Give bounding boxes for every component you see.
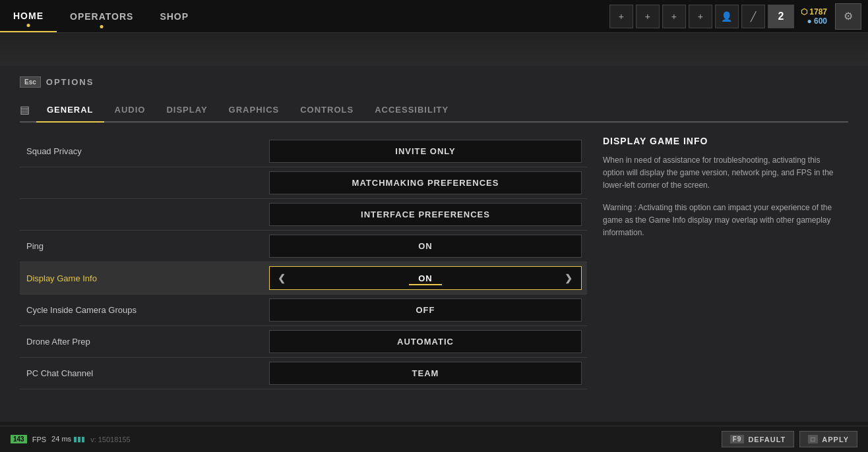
drone-after-prep-label: Drone After Prep — [20, 337, 264, 347]
nav-plus-btn-4[interactable]: + — [689, 5, 712, 28]
display-game-info-control[interactable]: ❮ On ❯ — [264, 262, 587, 294]
signal-icon: ▮▮▮ — [73, 435, 85, 443]
esc-key: Esc — [20, 76, 41, 88]
settings-column: Squad Privacy Invite Only Matchmaking pr… — [20, 136, 587, 389]
apply-key-badge: □ — [808, 435, 818, 443]
display-game-info-value: On — [418, 273, 433, 283]
cycle-camera-label: Cycle Inside Camera Groups — [20, 305, 264, 315]
default-button[interactable]: F9 DEFAULT — [722, 431, 795, 447]
pc-chat-channel-control[interactable]: Team — [264, 358, 587, 389]
nav-plus-btn-2[interactable]: + — [636, 5, 660, 28]
tab-graphics[interactable]: GRAPHICS — [218, 98, 290, 121]
drone-after-prep-button[interactable]: Automatic — [269, 330, 582, 353]
arrow-right-icon[interactable]: ❯ — [565, 273, 573, 283]
nav-slash-icon: ╱ — [741, 5, 765, 28]
nav-plus-btn-3[interactable]: + — [662, 5, 686, 28]
cycle-camera-control[interactable]: Off — [264, 295, 587, 325]
interface-prefs-control[interactable]: Interface preferences — [264, 199, 587, 230]
nav-item-home[interactable]: HOME — [0, 0, 57, 32]
version-label: v: 15018155 — [90, 436, 131, 443]
top-nav: HOME OPERATORS SHOP + + + + 👤 ╱ 2 ⬡ 1787… — [0, 0, 868, 33]
bottom-buttons: F9 DEFAULT □ APPLY — [722, 431, 857, 447]
drone-after-prep-control[interactable]: Automatic — [264, 326, 587, 357]
default-key-badge: F9 — [730, 435, 745, 443]
interface-prefs-button[interactable]: Interface preferences — [269, 203, 582, 226]
apply-button[interactable]: □ APPLY — [799, 431, 857, 447]
info-panel-title: DISPLAY GAME INFO — [603, 136, 838, 146]
table-row: Squad Privacy Invite Only — [20, 136, 587, 167]
ping-control[interactable]: On — [264, 231, 587, 262]
table-row: Matchmaking preferences — [20, 167, 587, 199]
tab-display[interactable]: DISPLAY — [156, 98, 218, 121]
nav-profile-btn[interactable]: 👤 — [715, 5, 739, 28]
arrow-left-icon[interactable]: ❮ — [278, 273, 286, 283]
table-row: Ping On — [20, 231, 587, 262]
nav-item-operators[interactable]: OPERATORS — [57, 0, 146, 32]
display-game-info-button[interactable]: ❮ On ❯ — [269, 266, 582, 290]
currency-gold: ⬡ 1787 — [801, 7, 827, 16]
matchmaking-prefs-button[interactable]: Matchmaking preferences — [269, 171, 582, 194]
tab-audio[interactable]: AUDIO — [104, 98, 156, 121]
info-panel: DISPLAY GAME INFO When in need of assist… — [587, 136, 838, 389]
squad-privacy-control[interactable]: Invite Only — [264, 136, 587, 167]
nav-logo-area: HOME OPERATORS SHOP — [0, 0, 336, 32]
table-row: Interface preferences — [20, 199, 587, 231]
gear-icon: ⚙ — [844, 10, 853, 22]
nav-right: + + + + 👤 ╱ 2 ⬡ 1787 ● 600 ⚙ — [609, 3, 868, 30]
currency-area: ⬡ 1787 ● 600 — [801, 7, 827, 26]
esc-bar: Esc OPTIONS — [20, 66, 848, 88]
nav-item-shop[interactable]: SHOP — [146, 0, 202, 32]
cycle-camera-button[interactable]: Off — [269, 298, 582, 322]
fps-label: FPS — [32, 436, 46, 443]
ping-button[interactable]: On — [269, 235, 582, 258]
info-panel-text-1: When in need of assistance for troublesh… — [603, 154, 838, 192]
fps-badge: 143 — [11, 435, 27, 443]
tab-controls[interactable]: CONTROLS — [290, 98, 364, 121]
currency-blue: ● 600 — [807, 16, 827, 26]
content-area: Squad Privacy Invite Only Matchmaking pr… — [20, 136, 848, 389]
matchmaking-prefs-control[interactable]: Matchmaking preferences — [264, 167, 587, 198]
pc-chat-channel-button[interactable]: Team — [269, 362, 582, 385]
tab-accessibility[interactable]: ACCESSIBILITY — [364, 98, 459, 121]
tab-icon: ▤ — [20, 103, 30, 116]
settings-gear-button[interactable]: ⚙ — [835, 3, 861, 30]
display-game-info-label: Display Game Info — [20, 273, 264, 283]
tab-general[interactable]: GENERAL — [36, 98, 104, 123]
table-row: PC Chat Channel Team — [20, 358, 587, 389]
ping-label: Ping — [20, 241, 264, 251]
ms-value: 24 ms ▮▮▮ — [51, 435, 85, 443]
options-label: OPTIONS — [46, 77, 94, 87]
table-row: Drone After Prep Automatic — [20, 326, 587, 358]
main-content: Esc OPTIONS ▤ GENERAL AUDIO DISPLAY GRAP… — [0, 66, 868, 422]
pc-chat-channel-label: PC Chat Channel — [20, 368, 264, 378]
nav-plus-btn-1[interactable]: + — [609, 5, 633, 28]
squad-privacy-button[interactable]: Invite Only — [269, 140, 582, 163]
bg-strip — [0, 33, 868, 66]
tabs-bar: ▤ GENERAL AUDIO DISPLAY GRAPHICS CONTROL… — [20, 98, 848, 123]
season-badge: 2 — [768, 5, 794, 28]
table-row: Cycle Inside Camera Groups Off — [20, 295, 587, 326]
bottom-bar: 143 FPS 24 ms ▮▮▮ v: 15018155 F9 DEFAULT… — [0, 426, 868, 452]
fps-info: 143 FPS 24 ms ▮▮▮ v: 15018155 — [11, 435, 131, 443]
info-panel-text-2: Warning : Activating this option can imp… — [603, 202, 838, 240]
table-row: Display Game Info ❮ On ❯ — [20, 262, 587, 295]
squad-privacy-label: Squad Privacy — [20, 146, 264, 156]
